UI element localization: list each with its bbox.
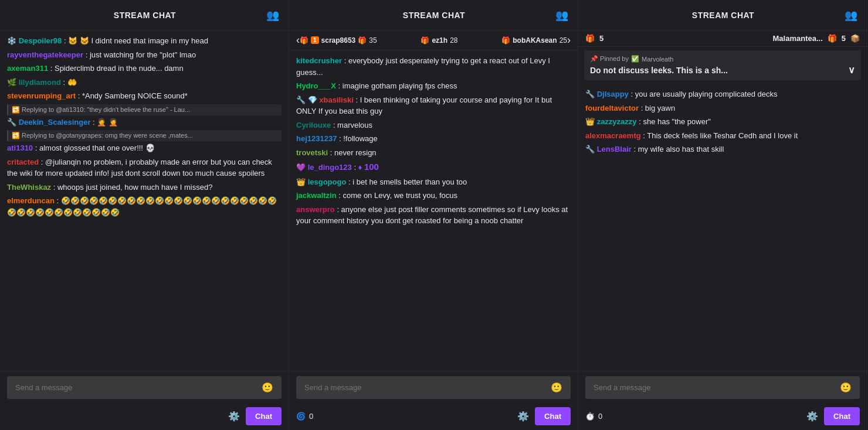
list-item: trovetski : never resign — [296, 147, 571, 159]
list-item: 🔁 Replying to @gotanygrapes: omg they we… — [7, 130, 282, 154]
top-gift-bar: 🎁 5 Malamanteа... 🎁 5 📦 — [578, 30, 867, 47]
list-item: ❄️ Despoiler98 : 🐱 🐱 I didnt need that i… — [7, 35, 282, 47]
footer-left-icon-2: 🌀 — [296, 412, 306, 421]
emoji-icon-3[interactable]: 🙂 — [840, 382, 852, 393]
username[interactable]: alexmacraemtg — [585, 131, 641, 140]
panel-3-header-icon: 👥 — [845, 9, 857, 22]
footer-count-3: 0 — [598, 412, 602, 421]
footer-left-icon-3: ⏱️ — [585, 412, 595, 421]
username[interactable]: Cyrilouxe — [296, 121, 331, 129]
chat-footer-1: ⚙️ Chat — [0, 404, 289, 430]
list-item: 👑 lesgopogo : i bet he smells better tha… — [296, 176, 571, 188]
list-item: hej1231237 : !followage — [296, 133, 571, 145]
username[interactable]: Hydro___X — [296, 81, 336, 90]
username[interactable]: fourdeltavictor — [585, 104, 639, 112]
username[interactable]: trovetski — [296, 148, 328, 157]
username[interactable]: elmerduncan — [7, 196, 55, 205]
list-item: kitedcrusher : everybody just desperatel… — [296, 55, 571, 78]
username[interactable]: lilydiamond — [19, 78, 61, 87]
list-item: 🔧 LensBlair : my wife also has that skil… — [585, 144, 860, 155]
pinned-text: Do not discuss leeks. This is a sh... ∨ — [590, 64, 855, 76]
username[interactable]: jackwaltzin — [296, 191, 337, 200]
settings-icon-3[interactable]: ⚙️ — [806, 411, 818, 422]
username[interactable]: critacted — [7, 158, 39, 166]
chat-messages-2: kitedcrusher : everybody just desperatel… — [289, 50, 578, 371]
chat-input-area-3: 🙂 — [578, 371, 867, 404]
panel-1-title: STREAM CHAT — [114, 11, 176, 20]
settings-icon-1[interactable]: ⚙️ — [228, 411, 240, 422]
gift-banner: ‹ 🎁 1 scrap8653 🎁 35 🎁 ez1h 28 🎁 bobAKAs… — [289, 30, 578, 50]
chat-header-2: STREAM CHAT 👥 — [289, 0, 578, 30]
username[interactable]: lesgopogo — [308, 178, 347, 186]
username[interactable]: axeman311 — [7, 64, 48, 73]
chat-messages-3: 🔧 DjIsappy : you are usually playing com… — [578, 84, 867, 371]
panel-2-title: STREAM CHAT — [403, 11, 465, 20]
chat-header-1: STREAM CHAT 👥 — [0, 0, 289, 30]
list-item: axeman311 : Spiderclimb dread in the nud… — [7, 63, 282, 74]
panel-3-title: STREAM CHAT — [692, 11, 754, 20]
username[interactable]: stevenrumping_art — [7, 91, 76, 100]
list-item: 💜 le_dingo123 : ♦ 100 — [296, 161, 571, 174]
chat-input-area-1: 🙂 — [0, 371, 289, 404]
left-gift-icon: 🎁 — [585, 34, 595, 43]
username[interactable]: rayventhegatekeeper — [7, 50, 83, 59]
list-item: TheWhiskaz : whoops just joined, how muc… — [7, 182, 282, 193]
left-count: 5 — [599, 34, 603, 43]
username[interactable]: xbasiliski — [319, 95, 354, 104]
next-arrow[interactable]: › — [567, 34, 571, 46]
username[interactable]: zazzyzazzy — [597, 117, 637, 126]
list-item: 👑 zazzyzazzy : she has "the power" — [585, 116, 860, 128]
right-gift-icon: 🎁 — [828, 34, 837, 43]
pinned-by: 📌 Pinned by ✅ Marvoleath — [590, 55, 855, 63]
right-badge-icon: 📦 — [850, 34, 860, 43]
panel-1-header-icon: 👥 — [266, 9, 279, 22]
username[interactable]: TheWhiskaz — [7, 183, 51, 192]
gift-user-2: 🎁 ez1h 28 — [421, 36, 457, 45]
chat-panel-3: STREAM CHAT 👥 🎁 5 Malamanteа... 🎁 5 📦 📌 … — [578, 0, 867, 430]
list-item: stevenrumping_art : *Andy Samberg NOICE … — [7, 90, 282, 102]
list-item: 🔧 💎 xbasiliski : I been thinking of taki… — [296, 94, 571, 117]
username[interactable]: hej1231237 — [296, 134, 337, 143]
username[interactable]: Deekin_Scalesinger — [19, 118, 91, 127]
list-item: answerpro : anyone else just post filler… — [296, 204, 571, 227]
list-item: alexmacraemtg : This deck feels like Tes… — [585, 130, 860, 142]
username[interactable]: Despoiler98 — [19, 36, 62, 45]
gift-user-3: 🎁 bobAKAsean 25 — [501, 36, 567, 45]
chat-panel-1: STREAM CHAT 👥 ❄️ Despoiler98 : 🐱 🐱 I did… — [0, 0, 289, 430]
list-item: rayventhegatekeeper : just watching for … — [7, 49, 282, 61]
list-item: Cyrilouxe : marvelous — [296, 120, 571, 131]
list-item: jackwaltzin : come on Levy, we trust you… — [296, 190, 571, 202]
gift-user-1: 🎁 1 scrap8653 🎁 35 — [300, 36, 377, 45]
input-wrapper-2[interactable]: 🙂 — [296, 376, 571, 399]
chat-button-3[interactable]: Chat — [824, 407, 860, 425]
gift-banner-inner: 🎁 1 scrap8653 🎁 35 🎁 ez1h 28 🎁 bobAKAsea… — [300, 36, 567, 45]
username[interactable]: DjIsappy — [597, 90, 629, 98]
input-wrapper-3[interactable]: 🙂 — [585, 376, 860, 399]
username[interactable]: le_dingo123 — [308, 163, 352, 172]
chat-button-1[interactable]: Chat — [246, 407, 282, 425]
footer-left-2: 🌀 0 — [296, 412, 511, 421]
emoji-icon-2[interactable]: 🙂 — [551, 382, 562, 393]
list-item: fourdeltavictor : big yawn — [585, 103, 860, 114]
chat-input-1[interactable] — [15, 383, 262, 392]
username[interactable]: ati1310 — [7, 144, 33, 152]
emoji-icon-1[interactable]: 🙂 — [262, 382, 273, 393]
username[interactable]: answerpro — [296, 205, 335, 214]
username[interactable]: kitedcrusher — [296, 56, 342, 65]
list-item: Hydro___X : imagine gotham playing fps c… — [296, 80, 571, 92]
settings-icon-2[interactable]: ⚙️ — [517, 411, 529, 422]
right-count: 5 — [842, 34, 846, 43]
footer-count-2: 0 — [309, 412, 313, 421]
chat-header-3: STREAM CHAT 👥 — [578, 0, 867, 30]
chat-input-area-2: 🙂 — [289, 371, 578, 404]
list-item: critacted : @julianqin no problem, i pro… — [7, 156, 282, 179]
chat-footer-2: 🌀 0 ⚙️ Chat — [289, 404, 578, 430]
list-item: 🔧 DjIsappy : you are usually playing com… — [585, 88, 860, 100]
username[interactable]: LensBlair — [597, 145, 632, 153]
pinned-message[interactable]: 📌 Pinned by ✅ Marvoleath Do not discuss … — [584, 50, 861, 80]
chat-input-2[interactable] — [304, 383, 551, 392]
list-item: elmerduncan : 🤣🤣🤣🤣🤣🤣🤣🤣🤣🤣🤣🤣🤣🤣🤣🤣🤣🤣🤣🤣🤣🤣🤣🤣🤣🤣… — [7, 195, 282, 218]
input-wrapper-1[interactable]: 🙂 — [7, 376, 282, 399]
chat-button-2[interactable]: Chat — [535, 407, 571, 425]
chat-input-3[interactable] — [594, 383, 840, 392]
